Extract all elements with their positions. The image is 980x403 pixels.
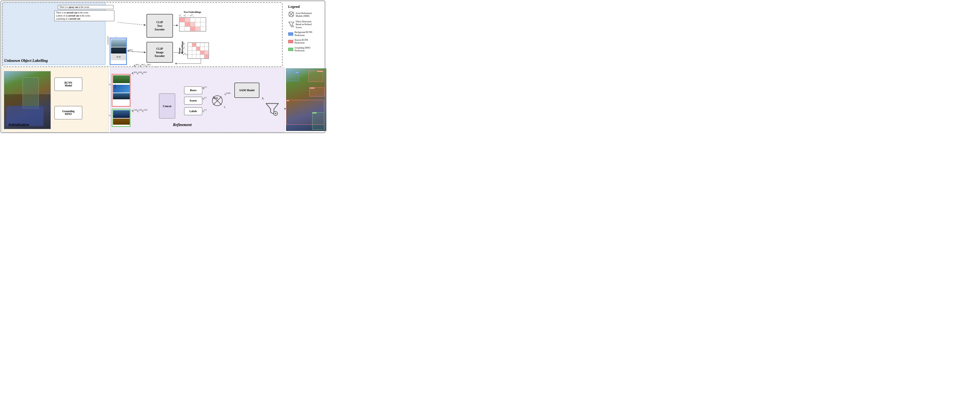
phi-img-labels: φ1i φ2i ⋮ φNBGi (183, 43, 188, 56)
text-embeddings-grid (179, 17, 206, 32)
legend-pink-item: Known RCNNPredictions (288, 39, 324, 44)
bj-label: bj (262, 97, 264, 100)
legend-filter-text: Filters DetectionsBased on RefinedScores (296, 21, 312, 29)
phi-img-2: φ2i (183, 46, 188, 50)
scene-image (4, 71, 51, 129)
phi-dots: .. (188, 14, 189, 17)
labels-box: Labels (184, 107, 202, 115)
kn-crop-1 (113, 75, 130, 83)
legend-blue-rect (288, 32, 293, 36)
text-prompts-container: There is a spray can in the scene. There… (54, 5, 115, 21)
image-embeddings-grid (188, 43, 209, 59)
gd-crop-2 (113, 119, 130, 125)
bold-3: aerosol can (68, 14, 79, 17)
phi-1: φ1t (179, 14, 181, 17)
legend-green-item: Grounding DINOPredictions (288, 47, 324, 52)
phi-img-1: φ1i (183, 43, 188, 46)
scene-window (22, 77, 39, 109)
unknown-labelling-section-label: Unknown Object Labelling (4, 59, 48, 63)
result-label-basket: basket (312, 112, 317, 114)
bg-crops-box: ♥♥ (110, 38, 127, 65)
result-label-lamp: lamp (296, 72, 299, 73)
clip-text-encoder: CLIPTextEncoder (146, 14, 173, 38)
result-label-flowerpot: flowerpot (317, 71, 323, 72)
concat-label: Concat (163, 105, 172, 108)
prompt-1: There is a spray can in the scene. (58, 5, 113, 9)
kn-dots: ⋮ (113, 84, 130, 84)
legend-srm-text: Score RefinementModule (SRM) (296, 12, 312, 18)
bj-c-label: bj(C) (203, 86, 207, 89)
srm-label: SRM (213, 97, 218, 100)
result-image: lamp flowerpot cushion bed basket (286, 68, 326, 131)
legend-srm-item: Score RefinementModule (SRM) (288, 11, 324, 18)
sj-sam-label: sj(SAM) (224, 92, 231, 96)
sam-model-box: SAM Model (234, 83, 259, 98)
sam-model-label: SAM Model (239, 89, 255, 92)
prompt-3: a photo of an aerosol can in the scene. (56, 14, 113, 17)
known-rcnn-box: ⋮ (111, 74, 130, 107)
legend-pink-rect (288, 40, 293, 43)
gd-box (111, 109, 130, 127)
legend-filter-icon (288, 21, 294, 29)
cj-c-label: cj(C) (203, 109, 207, 113)
bold-4: aerosol can (70, 17, 80, 20)
grounding-dino-box: GroundingDINO (54, 106, 82, 119)
bj-bg-label: b(BG)j (128, 49, 133, 52)
grounding-dino-label: GroundingDINO (62, 110, 75, 116)
bg-crop-2 (111, 48, 126, 54)
phi-row: φ1t φ2t .. φ|C|t (179, 14, 194, 17)
bj-bg-full-formula: bj(BG) sj(BG) cj(BG) (134, 63, 151, 67)
boxes-box: Boxes (184, 86, 202, 94)
legend-pink-text: Known RCNNPredictions (294, 39, 308, 44)
text-embeddings-label: Text Embeddings (179, 11, 205, 13)
clip-text-encoder-label: CLIPTextEncoder (154, 21, 165, 31)
gd-crop-1 (113, 110, 130, 118)
initialization-section-label: Initialization (8, 123, 29, 127)
result-box-lamp1: lamp (287, 72, 299, 81)
svg-line-4 (118, 22, 146, 25)
legend-title: Legend (288, 5, 324, 9)
clip-image-encoder-label: CLIPImageEncoder (154, 47, 165, 58)
sj-label: sj (224, 105, 225, 108)
scores-box: Scores (184, 97, 202, 105)
bj-kn-formula: bj(KN)sj(KN)cj(KN) (132, 71, 147, 75)
result-box-flowerpot: flowerpot (308, 71, 323, 82)
boxes-label: Boxes (190, 89, 197, 92)
refinement-section-label: Refinement (173, 123, 192, 127)
svg-point-48 (292, 26, 293, 27)
prompt-4: a painting of a aerosol can. (56, 17, 113, 20)
synonyms-label: synonyms (107, 36, 109, 44)
rcnn-model-label: RCNNModel (64, 81, 72, 87)
phi-img-dots: ⋮ (183, 50, 188, 52)
legend-srm-icon (288, 11, 294, 18)
legend-filter-item: Filters DetectionsBased on RefinedScores (288, 21, 324, 29)
bg-crop-hearts: ♥♥ (111, 54, 126, 60)
prompt-2: There is an aerosol can in the scene. (56, 11, 113, 14)
legend-blue-text: Background RCNNPredictions (294, 31, 312, 37)
sj-c-label: sj(C) (203, 97, 207, 100)
phi-img-n: φNBGi (183, 53, 188, 56)
result-box-cushion: cushion (309, 87, 325, 97)
legend-area: Legend Score RefinementModule (SRM) (286, 2, 326, 57)
legend-green-rect (288, 48, 293, 51)
svg-point-38 (275, 113, 277, 114)
image-embeddings-label: ImageEmbeddings (178, 41, 183, 54)
rcnn-model-box: RCNNModel (54, 78, 82, 91)
legend-green-text: Grounding DINOPredictions (294, 47, 310, 52)
filter-icon (265, 102, 280, 116)
bold-2: aerosol can (67, 11, 77, 14)
result-label-bed: bed (286, 100, 289, 101)
bold-1: spray can (69, 6, 78, 8)
phi-2: φ2t (183, 14, 186, 17)
bg-crop-1 (111, 39, 126, 47)
result-box-basket: basket (312, 112, 324, 129)
kn-crop-3 (113, 93, 130, 99)
phi-c: φ|C|t (190, 14, 194, 17)
scores-label: Scores (189, 99, 197, 102)
srm-circle (212, 95, 223, 106)
labels-label: Labels (189, 110, 197, 113)
concat-box: Concat (159, 94, 175, 119)
clip-image-encoder: CLIPImageEncoder (146, 42, 173, 63)
bj-gd-formula: bj(GD)sj(GD)cj(GD) (132, 109, 147, 113)
prompts-group: There is an aerosol can in the scene. a … (54, 10, 115, 21)
